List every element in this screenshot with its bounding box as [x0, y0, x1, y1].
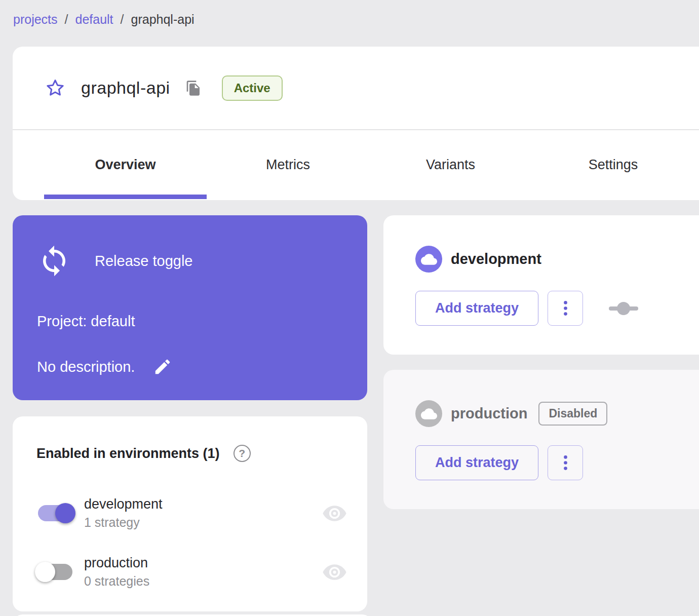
tab-variants[interactable]: Variants [369, 130, 532, 199]
environment-menu-button[interactable] [548, 445, 583, 480]
environment-card-development: development Add strategy [383, 215, 699, 355]
favorite-star-icon[interactable] [45, 78, 66, 99]
eye-icon[interactable] [322, 501, 347, 526]
environment-row-name: production [84, 555, 149, 571]
environment-menu-button[interactable] [548, 291, 583, 326]
copy-icon [185, 80, 202, 96]
eye-icon[interactable] [322, 560, 347, 585]
breadcrumb-projects-link[interactable]: projects [13, 12, 58, 27]
breadcrumb-separator: / [121, 12, 124, 27]
kebab-menu-icon [563, 455, 568, 471]
environment-card-production: production Disabled Add strategy [383, 370, 699, 509]
environment-row-text: production 0 strategies [84, 555, 149, 589]
tab-overview[interactable]: Overview [44, 130, 207, 199]
environment-row-text: development 1 strategy [84, 496, 163, 530]
breadcrumb-separator: / [65, 12, 68, 27]
feature-header-row: graphql-api Active [13, 47, 699, 130]
toggle-thumb [35, 562, 55, 582]
loop-icon [37, 244, 71, 278]
enabled-environments-card: Enabled in environments (1) ? developmen… [13, 416, 367, 611]
environment-toggle-production[interactable] [36, 561, 74, 583]
environment-avatar [415, 400, 442, 427]
environment-avatar [415, 246, 442, 273]
tab-settings[interactable]: Settings [532, 130, 694, 199]
feature-header-card: graphql-api Active Overview Metrics Vari… [13, 47, 699, 200]
environment-name: development [451, 251, 541, 267]
star-icon [45, 78, 66, 99]
edit-description-button[interactable] [153, 357, 172, 376]
add-strategy-button[interactable]: Add strategy [415, 291, 538, 326]
environment-toggle-row-production: production 0 strategies [36, 555, 347, 589]
breadcrumb-project-link[interactable]: default [75, 12, 113, 27]
copy-name-button[interactable] [185, 80, 203, 97]
breadcrumb-current-feature: graphql-api [131, 12, 195, 27]
environment-row-strategies: 0 strategies [84, 574, 149, 589]
kebab-menu-icon [563, 300, 568, 316]
active-tab-indicator [44, 195, 207, 199]
environment-actions: Add strategy [415, 291, 699, 326]
status-badge: Active [222, 75, 283, 101]
feature-type-header: Release toggle [13, 215, 367, 278]
environment-header: production Disabled [383, 370, 699, 427]
environment-disabled-badge: Disabled [538, 402, 607, 426]
help-icon[interactable]: ? [234, 445, 251, 462]
cloud-icon [421, 251, 437, 267]
feature-tabs: Overview Metrics Variants Settings [13, 130, 699, 199]
enabled-environments-header: Enabled in environments (1) ? [13, 416, 367, 462]
feature-type-label: Release toggle [95, 253, 192, 270]
edit-pencil-icon [153, 357, 172, 376]
add-strategy-button[interactable]: Add strategy [415, 445, 538, 480]
environment-header: development [383, 215, 699, 273]
toggle-thumb [55, 503, 75, 523]
feature-description-row: No description. [37, 357, 172, 376]
breadcrumb: projects / default / graphql-api [13, 12, 195, 27]
cloud-icon [421, 406, 437, 422]
environment-name: production [451, 405, 527, 422]
environment-row-strategies: 1 strategy [84, 515, 163, 530]
environment-actions: Add strategy [415, 445, 699, 480]
environment-row-name: development [84, 496, 163, 512]
environment-toggle-row-development: development 1 strategy [36, 496, 347, 530]
feature-title: graphql-api [81, 78, 170, 98]
feature-description: No description. [37, 359, 135, 375]
tab-metrics[interactable]: Metrics [207, 130, 369, 199]
environment-toggle-development[interactable] [36, 503, 74, 524]
enabled-environments-title: Enabled in environments (1) [36, 446, 220, 461]
feature-project-label: Project: default [37, 313, 135, 330]
strategy-commit-icon [607, 298, 640, 319]
feature-overview-page: projects / default / graphql-api graphql… [0, 0, 699, 616]
feature-type-card: Release toggle Project: default No descr… [13, 215, 367, 400]
